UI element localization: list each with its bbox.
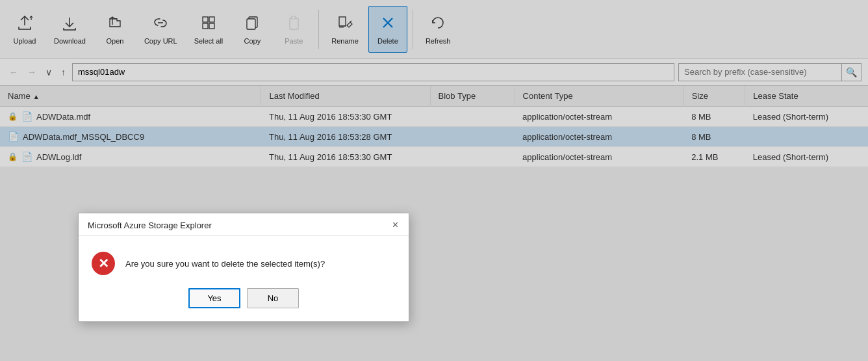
dialog-yes-button[interactable]: Yes	[188, 288, 240, 308]
dialog-no-button[interactable]: No	[247, 288, 299, 308]
error-icon: ✕	[92, 252, 115, 275]
dialog-box: Microsoft Azure Storage Explorer × ✕ Are…	[78, 213, 409, 322]
dialog-title: Microsoft Azure Storage Explorer	[88, 221, 212, 230]
dialog-titlebar: Microsoft Azure Storage Explorer ×	[79, 213, 409, 236]
dialog-message: Are you sure you want to delete the sele…	[125, 259, 396, 269]
dialog-close-button[interactable]: ×	[391, 220, 400, 230]
dialog-body: ✕ Are you sure you want to delete the se…	[79, 236, 409, 288]
dialog-overlay: Microsoft Azure Storage Explorer × ✕ Are…	[0, 0, 868, 361]
dialog-buttons: Yes No	[79, 288, 409, 321]
